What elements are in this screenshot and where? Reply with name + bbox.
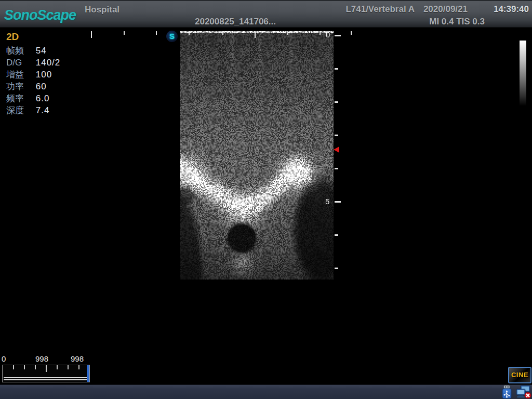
- param-value: 7.4: [36, 105, 50, 115]
- depth-ruler-tick: [335, 101, 338, 103]
- top-ruler-tick: [320, 31, 321, 35]
- scrubber-tick: [78, 365, 79, 369]
- top-ruler-tick: [255, 31, 256, 38]
- depth-ruler-tick: [335, 168, 338, 169]
- sonoscape-logo: SonoScape: [4, 7, 76, 23]
- scrubber-track: [4, 377, 88, 378]
- scrubber-tick: [35, 365, 36, 369]
- probe-orientation-mark: S: [166, 31, 178, 42]
- param-label: 帧频: [6, 45, 33, 57]
- param-label: 深度: [6, 104, 33, 116]
- param-label: 增益: [6, 69, 33, 81]
- depth-ruler-tick: [335, 268, 338, 269]
- top-ruler-tick: [287, 31, 288, 35]
- mode-label: 2D: [6, 31, 60, 43]
- grayscale-bar: [520, 41, 526, 106]
- cine-button[interactable]: CINE: [508, 367, 531, 383]
- param-label: D/G: [6, 57, 33, 69]
- probe-preset: L741/Vertebral A: [345, 4, 415, 15]
- param-row-power: 功率 60: [6, 81, 60, 92]
- scrubber-track: [4, 379, 88, 380]
- top-ruler-tick: [91, 31, 92, 38]
- usb-icon[interactable]: [500, 385, 514, 399]
- param-row-dg: D/G 140/2: [6, 57, 60, 69]
- top-ruler-tick: [156, 31, 157, 35]
- depth-ruler-tick: [335, 201, 341, 203]
- top-ruler-tick: [351, 31, 352, 35]
- scrubber-tick: [68, 365, 69, 369]
- scrubber-tick: [46, 365, 47, 372]
- parameter-panel: 2D 帧频 54 D/G 140/2 增益 100 功率 60 频率 6.0 深…: [6, 31, 60, 116]
- depth-ruler-tick: [335, 135, 338, 136]
- param-value: 60: [36, 82, 47, 91]
- param-label: 功率: [6, 81, 33, 92]
- header-bar: SonoScape Hospital 20200825_141706... L7…: [0, 0, 532, 28]
- top-ruler-tick: [189, 31, 190, 35]
- param-label: 频率: [6, 92, 33, 104]
- depth-ruler-tick: [335, 234, 338, 236]
- network-error-icon[interactable]: [515, 385, 531, 399]
- scrubber-position-handle[interactable]: [87, 365, 89, 382]
- scrubber-tick: [13, 365, 14, 369]
- taskbar: [0, 384, 532, 399]
- exam-date: 2020/09/21: [423, 4, 468, 15]
- top-ruler-tick: [222, 31, 223, 35]
- ultrasound-image[interactable]: [180, 31, 334, 280]
- param-row-frequency: 频率 6.0: [6, 92, 60, 104]
- param-value: 6.0: [36, 94, 50, 103]
- param-row-gain: 增益 100: [6, 69, 60, 81]
- ultrasound-screen: SonoScape Hospital 20200825_141706... L7…: [0, 0, 532, 399]
- exam-file-id: 20200825_141706...: [195, 17, 276, 27]
- cine-start-frame: 0: [2, 354, 6, 363]
- hospital-name: Hospital: [85, 5, 119, 15]
- scrubber-tick: [57, 365, 58, 369]
- depth-ruler-tick: [335, 35, 341, 36]
- depth-label-0: 0: [326, 30, 330, 39]
- mi-tis-readout: MI 0.4 TIS 0.3: [429, 17, 485, 27]
- param-row-depth: 深度 7.4: [6, 104, 60, 116]
- cine-total-frames: 998: [71, 354, 84, 363]
- scrubber-tick: [24, 365, 25, 369]
- cine-scrubber[interactable]: [2, 365, 90, 382]
- param-value: 140/2: [36, 58, 61, 68]
- focus-marker-icon[interactable]: [334, 147, 339, 153]
- param-value: 54: [36, 46, 47, 56]
- depth-ruler-tick: [335, 68, 338, 70]
- param-value: 100: [36, 70, 52, 79]
- clock: 14:39:40: [494, 4, 529, 15]
- param-row-framerate: 帧频 54: [6, 45, 60, 57]
- cine-current-frame: 998: [35, 354, 48, 363]
- depth-label-5: 5: [325, 197, 329, 206]
- top-ruler-tick: [124, 31, 125, 35]
